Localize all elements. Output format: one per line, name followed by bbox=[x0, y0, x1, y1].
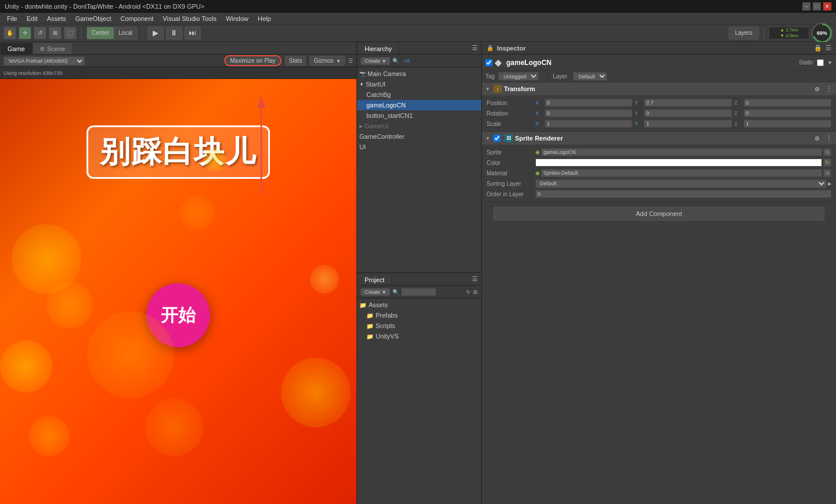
scale-y-input[interactable] bbox=[644, 120, 732, 128]
move-tool-button[interactable]: ✛ bbox=[19, 27, 31, 39]
local-pivot-button[interactable]: Local bbox=[114, 27, 137, 39]
sprite-renderer-header[interactable]: ▼ 🖼 Sprite Renderer ⚙ ⋮ bbox=[482, 132, 836, 145]
menu-item-assets[interactable]: Assets bbox=[42, 14, 71, 23]
proj-item-scripts[interactable]: 📁 Scripts bbox=[357, 321, 481, 331]
scale-z-input[interactable] bbox=[744, 120, 831, 128]
proj-item-assets[interactable]: 📁 Assets bbox=[357, 300, 481, 310]
resolution-dropdown[interactable]: WVGA Portrait (480x800) bbox=[3, 56, 85, 66]
add-component-button[interactable]: Add Component bbox=[493, 207, 824, 221]
menu-item-file[interactable]: File bbox=[2, 14, 22, 23]
game-viewport: 别踩白块儿 开始 bbox=[0, 79, 356, 504]
material-label: Material bbox=[487, 170, 533, 177]
order-in-layer-input[interactable] bbox=[535, 190, 831, 198]
hierarchy-all-button[interactable]: All bbox=[401, 57, 412, 64]
sprite-renderer-component: ▼ 🖼 Sprite Renderer ⚙ ⋮ Sprite ◉ ⊙ bbox=[482, 132, 836, 202]
game-screen: 别踩白块儿 开始 bbox=[0, 79, 356, 504]
pause-button[interactable]: ⏸ bbox=[166, 27, 182, 39]
sprite-renderer-context-menu-button[interactable]: ⋮ bbox=[826, 134, 833, 142]
scale-tool-button[interactable]: ⊞ bbox=[49, 27, 62, 39]
folder-icon: 📁 bbox=[359, 302, 366, 308]
sorting-layer-dropdown[interactable]: Default bbox=[535, 179, 827, 188]
folder-icon: 📁 bbox=[366, 323, 373, 329]
hier-item-main-camera[interactable]: 📷 Main Camera bbox=[357, 69, 481, 79]
center-pivot-button[interactable]: Center bbox=[87, 27, 114, 39]
rect-tool-button[interactable]: ⬚ bbox=[64, 27, 77, 39]
material-value-input[interactable] bbox=[541, 169, 822, 177]
gameobj-icon: ◆ bbox=[495, 57, 502, 68]
gizmos-button[interactable]: Gizmos ▼ bbox=[309, 56, 345, 66]
menu-item-help[interactable]: Help bbox=[253, 14, 276, 23]
color-eyedropper-button[interactable]: ✎ bbox=[823, 159, 831, 167]
stats-button[interactable]: Stats bbox=[285, 56, 307, 66]
layers-button[interactable]: Layers bbox=[729, 27, 759, 39]
project-menu-button[interactable]: ☰ bbox=[469, 275, 481, 283]
layer-dropdown[interactable]: Default bbox=[573, 72, 607, 81]
inspector-header: 🔒 Inspector 🔒 ☰ bbox=[482, 42, 836, 55]
transform-header[interactable]: ▼ ↕ Transform ⚙ ⋮ bbox=[482, 82, 836, 95]
sprite-renderer-settings-icon: ⚙ bbox=[815, 135, 820, 142]
inspector-lock-button[interactable]: 🔒 bbox=[814, 44, 822, 52]
hier-item-game-logo-cn[interactable]: gameLogoCN bbox=[357, 100, 481, 110]
pos-z-input[interactable] bbox=[744, 99, 831, 107]
game-resolution: Using resolution 438x730 bbox=[0, 67, 356, 79]
minimize-button[interactable]: ─ bbox=[802, 2, 810, 10]
sorting-layer-label: Sorting Layer bbox=[487, 181, 533, 187]
transform-context-menu-button[interactable]: ⋮ bbox=[826, 85, 833, 93]
tab-project[interactable]: Project bbox=[357, 273, 392, 285]
step-button[interactable]: ⏭ bbox=[185, 27, 201, 39]
sprite-renderer-body: Sprite ◉ ⊙ Color ✎ M bbox=[482, 145, 836, 201]
fps-indicator: 69% bbox=[812, 23, 833, 44]
pos-x-input[interactable] bbox=[545, 99, 632, 107]
menu-item-component[interactable]: Component bbox=[116, 14, 158, 23]
close-button[interactable]: ✕ bbox=[823, 2, 831, 10]
tab-hierarchy[interactable]: Hierarchy bbox=[357, 42, 399, 54]
play-button[interactable]: ▶ bbox=[147, 27, 164, 39]
inspector-menu-button[interactable]: ☰ bbox=[826, 44, 831, 52]
hier-item-start-ui[interactable]: ▼ StartUI bbox=[357, 79, 481, 89]
menu-item-gameobject[interactable]: GameObject bbox=[71, 14, 116, 23]
material-select-button[interactable]: ⊙ bbox=[823, 169, 831, 177]
menu-item-window[interactable]: Window bbox=[221, 14, 253, 23]
static-checkbox[interactable] bbox=[817, 59, 824, 66]
menu-item-visual-studio-tools[interactable]: Visual Studio Tools bbox=[158, 14, 221, 23]
static-dropdown-button[interactable]: ▼ bbox=[827, 60, 833, 66]
rot-x-input[interactable] bbox=[545, 109, 632, 117]
hierarchy-create-button[interactable]: Create ▼ bbox=[361, 57, 390, 65]
scale-x-input[interactable] bbox=[545, 120, 632, 128]
hier-item-ui[interactable]: UI bbox=[357, 142, 481, 152]
menu-item-edit[interactable]: Edit bbox=[22, 14, 42, 23]
maximize-button[interactable]: □ bbox=[813, 2, 821, 10]
project-search-input[interactable] bbox=[401, 288, 436, 296]
project-panel: Project ☰ Create ▼ 🔍 ↻ ⊞ 📁 Assets bbox=[357, 273, 481, 504]
project-refresh-button[interactable]: ↻ bbox=[466, 289, 471, 295]
panel-options-button[interactable]: ☰ bbox=[348, 58, 353, 64]
titlebar: Unity - dontwhite.unity - DontTapWhite -… bbox=[0, 0, 836, 13]
hier-item-button-start[interactable]: button_startCN1 bbox=[357, 110, 481, 121]
bokeh-9 bbox=[29, 416, 70, 456]
toolbar: ✋ ✛ ↺ ⊞ ⬚ Center Local ▶ ⏸ ⏭ Layers ▲ 2.… bbox=[0, 24, 836, 42]
project-options-button[interactable]: ⊞ bbox=[473, 289, 478, 295]
color-picker[interactable] bbox=[535, 159, 822, 167]
rot-y-input[interactable] bbox=[644, 109, 732, 117]
hier-item-game-ui[interactable]: ▶ GameUI bbox=[357, 121, 481, 131]
gameobj-active-checkbox[interactable] bbox=[485, 59, 492, 66]
tag-dropdown[interactable]: Untagged bbox=[498, 72, 539, 81]
tab-game[interactable]: Game bbox=[0, 42, 33, 54]
sprite-select-button[interactable]: ⊙ bbox=[823, 148, 831, 156]
hier-item-game-controller[interactable]: GameController bbox=[357, 131, 481, 142]
rot-x-label: X bbox=[535, 110, 542, 116]
sprite-renderer-active-checkbox[interactable] bbox=[493, 135, 500, 142]
rotate-tool-button[interactable]: ↺ bbox=[34, 27, 46, 39]
pos-y-input[interactable] bbox=[644, 99, 732, 107]
position-label: Position bbox=[487, 100, 533, 106]
tab-scene[interactable]: ⊞ Scene bbox=[33, 42, 73, 54]
sprite-value-input[interactable] bbox=[541, 148, 822, 156]
project-create-button[interactable]: Create ▼ bbox=[361, 288, 390, 296]
hierarchy-menu-button[interactable]: ☰ bbox=[469, 44, 481, 52]
hier-item-catch-bg[interactable]: CatchBg bbox=[357, 89, 481, 100]
proj-item-unityvs[interactable]: 📁 UnityVS bbox=[357, 331, 481, 341]
rot-z-input[interactable] bbox=[744, 109, 831, 117]
proj-item-prefabs[interactable]: 📁 Prefabs bbox=[357, 310, 481, 321]
hand-tool-button[interactable]: ✋ bbox=[3, 27, 16, 39]
maximize-on-play-button[interactable]: Maximize on Play bbox=[224, 55, 281, 66]
